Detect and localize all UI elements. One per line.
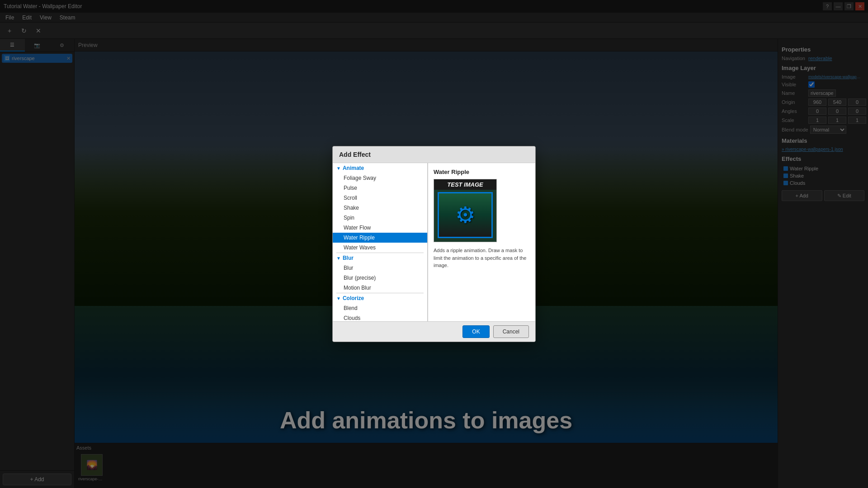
effect-pulse[interactable]: Pulse	[333, 183, 427, 193]
modal-overlay: Add Effect ▼ Animate Foliage Sway Pulse …	[0, 0, 868, 488]
colorize-items: Blend Clouds Color Key Film Grain Fire N…	[333, 303, 427, 321]
category-animate[interactable]: ▼ Animate	[333, 163, 427, 173]
effect-spin[interactable]: Spin	[333, 213, 427, 223]
effect-preview-image: TEST IMAGE ⚙	[434, 179, 497, 242]
effect-shake[interactable]: Shake	[333, 203, 427, 213]
modal-ok-button[interactable]: OK	[462, 325, 489, 338]
gear-preview-icon: ⚙	[455, 202, 476, 228]
blur-items: Blur Blur (precise) Motion Blur	[333, 263, 427, 293]
effect-foliage-sway[interactable]: Foliage Sway	[333, 173, 427, 183]
category-animate-label: Animate	[343, 165, 364, 171]
modal-body: ▼ Animate Foliage Sway Pulse Scroll Shak…	[333, 163, 535, 321]
effect-water-ripple[interactable]: Water Ripple	[333, 233, 427, 243]
effect-clouds[interactable]: Clouds	[333, 313, 427, 321]
effect-preview-title: Water Ripple	[434, 169, 530, 175]
effect-water-waves[interactable]: Water Waves	[333, 243, 427, 253]
effect-scroll[interactable]: Scroll	[333, 193, 427, 203]
modal-header: Add Effect	[333, 146, 535, 163]
animate-chevron-icon: ▼	[336, 166, 341, 171]
category-blur-label: Blur	[343, 255, 354, 261]
effect-water-flow[interactable]: Water Flow	[333, 223, 427, 233]
effect-preview-panel: Water Ripple TEST IMAGE ⚙ Adds a ripple …	[428, 163, 535, 321]
effect-list-panel: ▼ Animate Foliage Sway Pulse Scroll Shak…	[333, 163, 428, 321]
test-image-label: TEST IMAGE	[447, 181, 483, 188]
blur-chevron-icon: ▼	[336, 256, 341, 261]
category-blur[interactable]: ▼ Blur	[333, 253, 427, 263]
animate-items: Foliage Sway Pulse Scroll Shake Spin Wat…	[333, 173, 427, 253]
modal-footer: OK Cancel	[333, 321, 535, 342]
effect-blur[interactable]: Blur	[333, 263, 427, 273]
effect-preview-description: Adds a ripple animation. Draw a mask to …	[434, 247, 530, 269]
category-colorize-label: Colorize	[343, 295, 364, 301]
category-colorize[interactable]: ▼ Colorize	[333, 293, 427, 303]
effect-blend[interactable]: Blend	[333, 303, 427, 313]
modal-cancel-button[interactable]: Cancel	[493, 325, 529, 338]
effect-motion-blur[interactable]: Motion Blur	[333, 283, 427, 293]
colorize-chevron-icon: ▼	[336, 296, 341, 301]
modal-title: Add Effect	[339, 151, 371, 158]
add-effect-modal: Add Effect ▼ Animate Foliage Sway Pulse …	[332, 146, 536, 342]
effect-blur-precise[interactable]: Blur (precise)	[333, 273, 427, 283]
